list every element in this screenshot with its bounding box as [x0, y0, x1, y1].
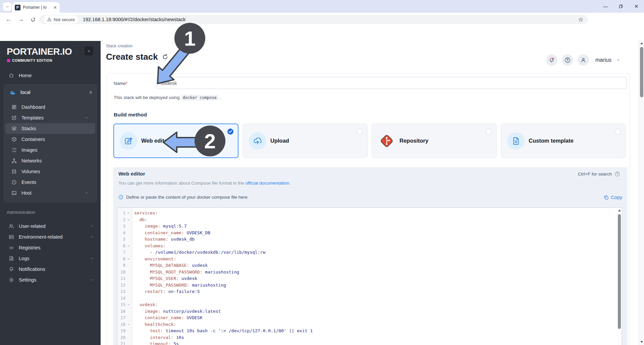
sidebar-item-user-related[interactable]: User-related	[0, 221, 101, 232]
fold-chevron-icon[interactable]	[125, 216, 131, 223]
sidebar-item-label: Notifications	[19, 266, 95, 272]
compose-code-editor[interactable]: 1services:2 db:3 image: mysql:5.74 conta…	[117, 207, 622, 345]
radio-button[interactable]	[615, 129, 621, 135]
back-button[interactable]: ←	[3, 13, 15, 26]
question-mark-icon	[565, 57, 571, 63]
chevron-down-icon[interactable]	[616, 58, 621, 62]
user-menu-button[interactable]	[578, 54, 589, 66]
restore-button[interactable]	[613, 0, 629, 13]
sidebar-item-label: Volumes	[21, 169, 90, 174]
portainer-page: PORTAINER.IO COMMUNITY EDITION « Home lo…	[0, 26, 644, 345]
sidebar-item-dashboard[interactable]: Dashboard	[5, 102, 95, 112]
stack-form-card: Name* This stack will be deployed usingd…	[107, 73, 630, 345]
help-circle-icon[interactable]	[614, 171, 620, 177]
browser-tab[interactable]: P Portainer | lo ✕	[12, 2, 60, 13]
tab-strip: P Portainer | lo ✕ — ✕	[0, 0, 644, 13]
username[interactable]: marius	[595, 57, 611, 63]
environment-icon	[9, 234, 14, 240]
line-number: 5	[117, 236, 125, 243]
build-method-repository[interactable]: Repository	[372, 124, 497, 158]
line-number: 16	[117, 308, 125, 315]
minimize-button[interactable]: —	[598, 0, 613, 13]
sidebar-item-label: Containers	[21, 137, 90, 142]
fold-chevron-icon[interactable]	[125, 243, 131, 249]
copy-button[interactable]: Copy	[604, 195, 622, 200]
sidebar-item-settings[interactable]: Settings	[0, 275, 101, 285]
radio-button[interactable]	[486, 129, 492, 135]
refresh-icon[interactable]	[162, 54, 168, 60]
tab-close-icon[interactable]: ✕	[53, 5, 57, 10]
sidebar-item-environment-related[interactable]: Environment-related	[0, 232, 101, 242]
build-method-label: Repository	[399, 138, 428, 144]
sidebar-item-home[interactable]: Home	[0, 69, 101, 82]
window-controls: — ✕	[598, 0, 644, 13]
registries-icon	[9, 245, 14, 250]
sidebar-item-label: Logs	[19, 256, 85, 261]
editor-scrollbar-thumb[interactable]	[618, 214, 621, 329]
sidebar-item-images[interactable]: Images	[5, 145, 95, 155]
line-number: 15	[117, 301, 125, 308]
scroll-down-arrow-icon[interactable]	[640, 341, 643, 343]
fold-chevron-icon[interactable]	[125, 301, 131, 308]
code-line: 9 MYSQL_DATABASE: uvdesk	[117, 262, 617, 269]
build-method-web-editor[interactable]: Web editor	[113, 124, 238, 158]
environment-close-icon[interactable]: ✕	[89, 90, 93, 95]
sidebar-item-events[interactable]: Events	[5, 177, 95, 188]
build-method-upload[interactable]: Upload	[243, 124, 368, 158]
sidebar-item-host[interactable]: Host	[5, 188, 95, 198]
line-number: 12	[117, 282, 125, 289]
editor-scrollbar[interactable]	[617, 208, 622, 345]
help-button[interactable]	[562, 54, 573, 66]
sidebar-item-notifications[interactable]: Notifications	[0, 264, 101, 275]
sidebar-item-containers[interactable]: Containers	[5, 134, 95, 145]
radio-button[interactable]	[357, 129, 363, 135]
fold-chevron-icon[interactable]	[125, 256, 131, 262]
line-number: 18	[117, 321, 125, 328]
fold-chevron-icon[interactable]	[125, 321, 131, 328]
build-method-custom-template[interactable]: Custom template	[501, 124, 626, 158]
templates-icon	[11, 115, 17, 120]
sidebar-item-volumes[interactable]: Volumes	[5, 166, 95, 177]
user-icon	[580, 57, 586, 63]
name-label: Name*	[114, 81, 127, 86]
tab-search-button[interactable]	[3, 2, 11, 11]
chevron-down-icon	[90, 278, 95, 282]
bookmark-star-icon[interactable]	[578, 17, 584, 22]
edition-badge: COMMUNITY EDITION	[7, 58, 52, 62]
forward-button[interactable]: →	[15, 13, 27, 26]
stack-name-input[interactable]	[157, 77, 627, 89]
official-documentation-link[interactable]: official documentation.	[245, 181, 290, 186]
line-number: 10	[117, 269, 125, 276]
browser-toolbar: ← → Not secure 192.168.1.18:9000/#!/2/do…	[0, 13, 644, 26]
line-number: 11	[117, 275, 125, 282]
code-line: 13 restart: on-failure:5	[117, 288, 617, 295]
sidebar-collapse-button[interactable]: «	[85, 46, 93, 55]
line-number: 14	[117, 295, 125, 302]
info-circle-icon	[118, 195, 123, 200]
code-line: 7 - /volume1/docker/uvdeskdb:/var/lib/my…	[117, 249, 617, 256]
line-number: 13	[117, 288, 125, 295]
sidebar-item-registries[interactable]: Registries	[0, 242, 101, 253]
code-line: 4 container_name: UVDESK_DB	[117, 230, 617, 236]
administration-label: Administration	[7, 210, 36, 215]
line-number: 21	[117, 341, 125, 345]
page-scrollbar[interactable]	[639, 40, 644, 345]
fold-chevron-icon[interactable]	[125, 210, 131, 216]
portainer-logo: PORTAINER.IO	[7, 46, 72, 57]
page-scrollbar-thumb[interactable]	[640, 47, 643, 97]
environment-header[interactable]: local ✕	[3, 86, 97, 99]
sidebar-item-networks[interactable]: Networks	[5, 155, 95, 166]
sidebar-item-templates[interactable]: Templates	[5, 112, 95, 123]
scroll-up-arrow-icon[interactable]	[618, 209, 621, 211]
reload-button[interactable]	[27, 13, 39, 26]
sidebar-item-label: User-related	[19, 224, 85, 229]
sidebar-item-logs[interactable]: Logs	[0, 253, 101, 264]
not-secure-chip[interactable]: Not secure	[44, 15, 78, 23]
close-button[interactable]: ✕	[629, 0, 644, 13]
scroll-up-arrow-icon[interactable]	[640, 42, 643, 44]
admin-menu: User-relatedEnvironment-relatedRegistrie…	[0, 221, 101, 285]
address-bar[interactable]: Not secure 192.168.1.18:9000/#!/2/docker…	[40, 15, 588, 24]
sidebar-item-stacks[interactable]: Stacks	[5, 123, 95, 134]
sidebar-item-label: Templates	[21, 115, 80, 120]
notifications-button[interactable]	[546, 54, 557, 66]
